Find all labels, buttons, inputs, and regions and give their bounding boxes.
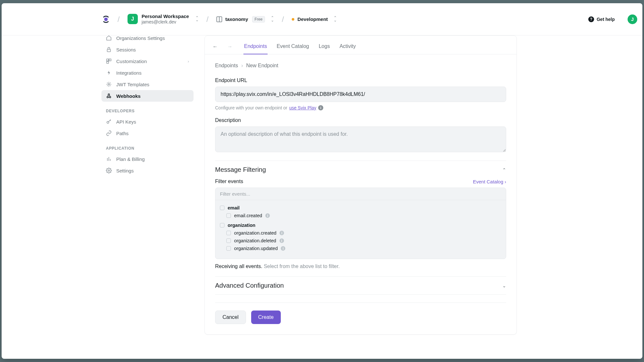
chevron-right-icon: › bbox=[241, 63, 243, 69]
environment-name: Development bbox=[298, 16, 328, 22]
endpoint-url-hint: Configure with your own endpoint or use … bbox=[215, 105, 506, 110]
filter-events-box: emailemail.created iorganizationorganiza… bbox=[215, 188, 506, 259]
svg-point-0 bbox=[104, 17, 108, 21]
description-label: Description bbox=[215, 117, 506, 123]
tab-endpoints[interactable]: Endpoints bbox=[243, 39, 268, 54]
breadcrumb-separator: / bbox=[118, 15, 120, 24]
filter-events-search[interactable] bbox=[215, 188, 506, 200]
event-group-checkbox[interactable] bbox=[220, 223, 224, 227]
sidebar-item-customization[interactable]: Customization› bbox=[101, 55, 194, 67]
sidebar-item-webhooks[interactable]: Webhooks bbox=[101, 90, 194, 102]
lock-icon bbox=[106, 47, 112, 52]
get-help-label: Get help bbox=[597, 17, 615, 22]
application-switcher[interactable]: taxonomy Free ⌃⌄ bbox=[216, 16, 274, 23]
cancel-button[interactable]: Cancel bbox=[215, 311, 246, 324]
event-organization-updated[interactable]: organization.updated i bbox=[220, 245, 501, 252]
receiving-events-note: Receiving all events. Select from the ab… bbox=[215, 264, 506, 269]
event-organization-deleted[interactable]: organization.deleted i bbox=[220, 237, 501, 245]
sidebar-item-jwt-templates[interactable]: JWT Templates bbox=[101, 79, 194, 90]
sidebar-item-label: Integrations bbox=[116, 70, 141, 76]
app-icon bbox=[216, 16, 222, 22]
svg-point-10 bbox=[108, 170, 110, 172]
clerk-logo-icon[interactable] bbox=[102, 15, 110, 23]
user-avatar[interactable]: J bbox=[628, 14, 637, 24]
sidebar-item-integrations[interactable]: Integrations bbox=[101, 67, 194, 79]
svg-point-6 bbox=[107, 97, 109, 98]
create-button[interactable]: Create bbox=[251, 311, 281, 324]
sidebar-section-developers: DEVELOPERS bbox=[101, 102, 194, 116]
environment-switcher[interactable]: Development ⌃⌄ bbox=[292, 16, 337, 22]
sidebar-item-sessions[interactable]: Sessions bbox=[101, 44, 194, 55]
workspace-avatar: J bbox=[128, 14, 138, 24]
info-icon[interactable]: i bbox=[318, 105, 323, 110]
webhooks-panel: ← → EndpointsEvent CatalogLogsActivity E… bbox=[204, 35, 517, 335]
nav-back-button[interactable]: ← bbox=[211, 42, 220, 51]
event-organization-created[interactable]: organization.created i bbox=[220, 229, 501, 237]
gear-icon bbox=[106, 168, 112, 173]
sidebar: Organizations SettingsSessionsCustomizat… bbox=[101, 35, 198, 359]
chevron-updown-icon: ⌃⌄ bbox=[334, 17, 337, 21]
sidebar-item-label: Sessions bbox=[116, 47, 136, 52]
tab-logs[interactable]: Logs bbox=[318, 39, 331, 54]
sidebar-item-paths[interactable]: Paths bbox=[101, 127, 194, 139]
chevron-up-icon: ⌃ bbox=[502, 167, 506, 172]
cust-icon bbox=[106, 58, 112, 64]
event-label: organization.created bbox=[234, 230, 276, 236]
message-filtering-title: Message Filtering bbox=[215, 166, 266, 173]
description-input[interactable] bbox=[215, 126, 506, 152]
svg-rect-1 bbox=[107, 49, 111, 52]
event-email-created[interactable]: email.created i bbox=[220, 212, 501, 219]
panel-tabs: ← → EndpointsEvent CatalogLogsActivity bbox=[205, 36, 516, 54]
environment-status-dot bbox=[292, 18, 294, 21]
path-icon bbox=[106, 130, 112, 136]
svg-point-9 bbox=[107, 121, 109, 123]
chevron-right-icon: › bbox=[188, 59, 189, 64]
endpoint-url-input[interactable] bbox=[215, 87, 506, 102]
message-filtering-header[interactable]: Message Filtering ⌃ bbox=[215, 161, 506, 179]
endpoint-url-label: Endpoint URL bbox=[215, 78, 506, 83]
nav-forward-button[interactable]: → bbox=[225, 42, 234, 51]
advanced-config-header[interactable]: Advanced Configuration ⌄ bbox=[215, 276, 506, 295]
workspace-switcher[interactable]: J Personal Workspace james@clerk.dev ⌃⌄ bbox=[128, 14, 199, 25]
key-icon bbox=[106, 119, 112, 125]
workspace-name: Personal Workspace bbox=[142, 14, 189, 19]
sidebar-item-label: Webhooks bbox=[116, 93, 141, 99]
sidebar-item-organizations-settings[interactable]: Organizations Settings bbox=[101, 35, 194, 44]
event-checkbox[interactable] bbox=[226, 246, 231, 251]
event-label: email.created bbox=[234, 213, 262, 218]
chevron-right-icon: › bbox=[505, 179, 506, 184]
sidebar-item-label: Plan & Billing bbox=[116, 156, 145, 162]
tab-activity[interactable]: Activity bbox=[339, 39, 356, 54]
info-icon[interactable]: i bbox=[279, 238, 284, 243]
get-help-button[interactable]: ? Get help bbox=[588, 16, 615, 22]
topbar: / J Personal Workspace james@clerk.dev ⌃… bbox=[2, 3, 642, 35]
sidebar-item-label: Customization bbox=[116, 59, 147, 64]
sidebar-item-plan-billing[interactable]: Plan & Billing bbox=[101, 153, 194, 165]
event-catalog-link[interactable]: Event Catalog › bbox=[473, 179, 506, 184]
workspace-email: james@clerk.dev bbox=[142, 19, 189, 25]
breadcrumb-root[interactable]: Endpoints bbox=[215, 63, 238, 69]
sidebar-item-api-keys[interactable]: API Keys bbox=[101, 116, 194, 127]
chevron-updown-icon: ⌃⌄ bbox=[195, 17, 199, 21]
event-checkbox[interactable] bbox=[226, 213, 231, 218]
event-label: organization.deleted bbox=[234, 238, 276, 243]
breadcrumb-separator: / bbox=[282, 15, 284, 24]
info-icon[interactable]: i bbox=[265, 213, 270, 218]
svg-rect-2 bbox=[107, 59, 109, 61]
info-icon[interactable]: i bbox=[279, 231, 284, 235]
sidebar-item-settings[interactable]: Settings bbox=[101, 165, 194, 176]
event-group-organization[interactable]: organization bbox=[220, 221, 501, 229]
main-content: ← → EndpointsEvent CatalogLogsActivity E… bbox=[198, 35, 642, 359]
info-icon[interactable]: i bbox=[281, 246, 285, 251]
plan-badge: Free bbox=[252, 16, 265, 23]
event-group-label: email bbox=[228, 205, 240, 210]
event-group-email[interactable]: email bbox=[220, 204, 501, 212]
event-checkbox[interactable] bbox=[226, 231, 231, 235]
svix-play-link[interactable]: use Svix Play bbox=[289, 105, 316, 110]
tab-event-catalog[interactable]: Event Catalog bbox=[276, 39, 310, 54]
sidebar-section-application: APPLICATION bbox=[101, 139, 194, 153]
breadcrumb-separator: / bbox=[206, 15, 209, 24]
jwt-icon bbox=[106, 81, 112, 87]
event-group-checkbox[interactable] bbox=[220, 206, 224, 210]
event-checkbox[interactable] bbox=[226, 238, 231, 243]
